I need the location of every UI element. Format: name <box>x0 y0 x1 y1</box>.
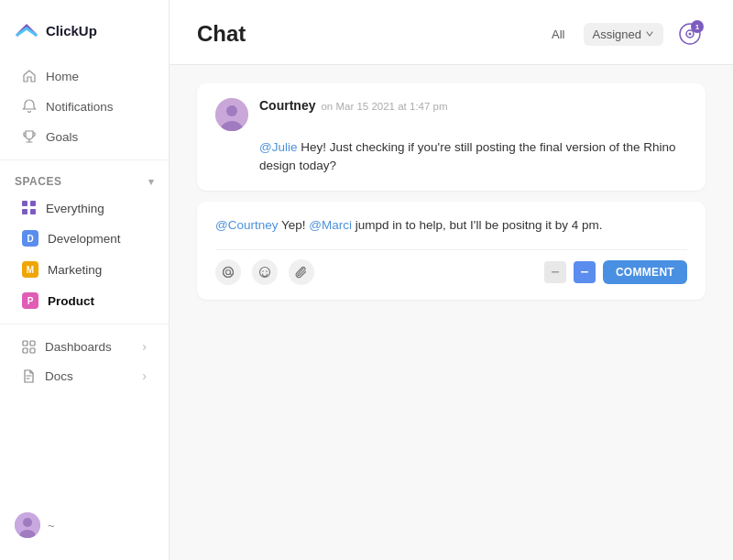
clickup-logo-icon <box>15 18 38 42</box>
message-block-1: Courtney on Mar 15 2021 at 1:47 pm @Juli… <box>197 83 706 191</box>
dash-button-1[interactable] <box>544 261 566 283</box>
home-label: Home <box>46 70 79 83</box>
reply-block: @Courtney Yep! @Marci jumpd in to help, … <box>197 202 706 300</box>
svg-rect-19 <box>581 271 588 273</box>
dashboards-label: Dashboards <box>45 340 112 354</box>
sidebar-item-dashboards[interactable]: Dashboards › <box>7 333 161 360</box>
svg-rect-1 <box>30 341 35 346</box>
product-dot: P <box>22 292 38 309</box>
sidebar-item-docs[interactable]: Docs › <box>7 362 161 390</box>
message-time-1: on Mar 15 2021 at 1:47 pm <box>321 101 447 112</box>
at-mention-button[interactable] <box>215 259 241 285</box>
product-label: Product <box>48 294 94 308</box>
emoji-button[interactable] <box>252 259 278 285</box>
logo-area[interactable]: ClickUp <box>0 11 169 57</box>
dashboard-icon <box>22 340 36 354</box>
chevron-down-filter-icon <box>645 29 654 38</box>
main-header: Chat All Assigned 1 <box>170 0 733 65</box>
dash-button-2[interactable] <box>574 261 596 283</box>
svg-point-9 <box>689 33 692 36</box>
svg-rect-18 <box>552 271 559 273</box>
chevron-down-icon[interactable]: ▾ <box>148 176 155 188</box>
avatar-courtney <box>215 98 248 131</box>
user-avatar <box>15 512 40 538</box>
svg-point-15 <box>260 267 270 277</box>
docs-label: Docs <box>45 369 73 383</box>
marketing-dot: M <box>22 261 38 278</box>
message-body-1: Hey! Just checking if you're still posti… <box>259 140 676 172</box>
svg-rect-0 <box>23 341 27 346</box>
header-right: All Assigned 1 <box>544 18 706 49</box>
development-dot: D <box>22 230 38 247</box>
chevron-right-icon: › <box>142 339 147 354</box>
dash-icon-1 <box>551 268 560 277</box>
reply-text1: Yep! <box>278 218 309 232</box>
sidebar-item-product[interactable]: P Product <box>7 286 161 315</box>
sidebar-item-home[interactable]: Home <box>7 61 161 91</box>
at-icon <box>222 266 235 279</box>
page-title: Chat <box>197 21 246 47</box>
goals-label: Goals <box>46 130 78 144</box>
docs-icon <box>22 369 36 383</box>
svg-rect-2 <box>23 348 27 353</box>
reply-right-actions: COMMENT <box>544 260 687 284</box>
grid-icon <box>22 201 37 215</box>
reply-actions <box>215 259 314 285</box>
sidebar-item-goals[interactable]: Goals <box>7 122 161 151</box>
reply-text: @Courtney Yep! @Marci jumpd in to help, … <box>215 216 687 235</box>
user-profile[interactable]: ~ <box>0 501 169 549</box>
svg-point-17 <box>266 270 268 272</box>
mention-courtney[interactable]: @Courtney <box>215 218 278 232</box>
sidebar-item-everything[interactable]: Everything <box>7 194 161 222</box>
bell-icon <box>22 99 37 114</box>
svg-rect-3 <box>30 348 35 353</box>
chat-area: Courtney on Mar 15 2021 at 1:47 pm @Juli… <box>170 65 733 560</box>
reply-text2: jumpd in to help, but I'll be positng it… <box>352 218 602 232</box>
user-menu-indicator: ~ <box>48 519 55 533</box>
mention-julie[interactable]: @Julie <box>259 140 297 154</box>
notification-badge-button[interactable]: 1 <box>674 18 706 49</box>
everything-label: Everything <box>46 202 104 215</box>
notifications-label: Notifications <box>46 100 114 114</box>
message-author-1: Courtney <box>259 98 315 113</box>
chevron-right-icon-docs: › <box>142 368 147 383</box>
spaces-section-header: Spaces ▾ <box>0 164 169 193</box>
comment-button[interactable]: COMMENT <box>603 260 687 284</box>
emoji-icon <box>258 266 271 279</box>
home-icon <box>22 69 37 83</box>
spaces-label: Spaces <box>15 175 61 188</box>
reply-footer: COMMENT <box>215 249 687 285</box>
sidebar-item-notifications[interactable]: Notifications <box>7 92 161 121</box>
dash-icon-2 <box>580 268 589 277</box>
sidebar-item-marketing[interactable]: M Marketing <box>7 255 161 284</box>
main-content: Chat All Assigned 1 <box>170 0 733 560</box>
svg-point-11 <box>226 105 237 116</box>
paperclip-icon <box>295 266 308 279</box>
sidebar-item-development[interactable]: D Development <box>7 224 161 253</box>
filter-assigned-button[interactable]: Assigned <box>584 23 663 46</box>
attachment-button[interactable] <box>289 259 314 285</box>
badge-count: 1 <box>691 20 704 33</box>
sidebar: ClickUp Home Notifications Goals S <box>0 0 170 560</box>
development-label: Development <box>48 232 121 246</box>
mention-marci[interactable]: @Marci <box>309 218 352 232</box>
assigned-label: Assigned <box>593 27 641 41</box>
svg-point-16 <box>262 270 264 272</box>
nav-items: Home Notifications Goals <box>0 57 169 156</box>
app-name: ClickUp <box>46 23 97 38</box>
trophy-icon <box>22 129 37 144</box>
marketing-label: Marketing <box>48 263 102 277</box>
svg-point-14 <box>226 269 231 274</box>
message-text-1: @Julie Hey! Just checking if you're stil… <box>215 138 687 176</box>
filter-all-button[interactable]: All <box>544 24 572 45</box>
svg-point-5 <box>23 518 32 527</box>
